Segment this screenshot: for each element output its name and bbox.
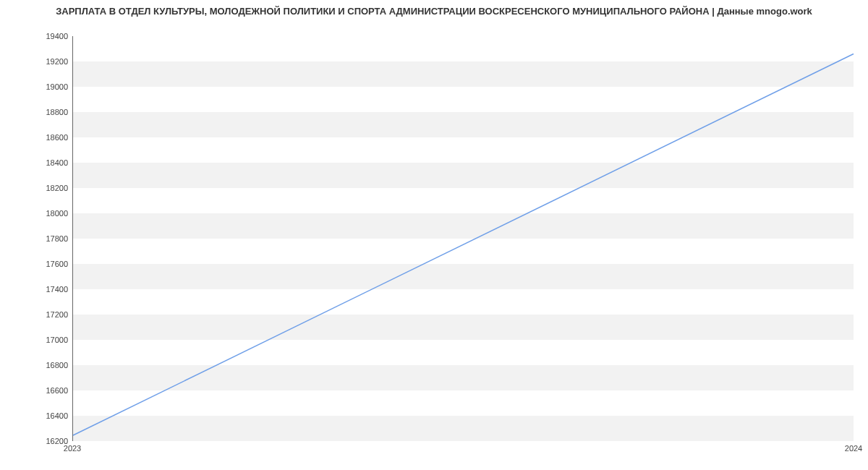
y-tick-label: 16200	[10, 437, 68, 445]
y-tick-label: 19200	[10, 57, 68, 66]
y-tick-label: 18600	[10, 133, 68, 142]
y-tick-label: 17000	[10, 336, 68, 344]
y-tick-label: 17200	[10, 310, 68, 319]
series-line	[73, 54, 854, 435]
y-tick-label: 18400	[10, 158, 68, 167]
y-tick-label: 18200	[10, 184, 68, 192]
chart-container: ЗАРПЛАТА В ОТДЕЛ КУЛЬТУРЫ, МОЛОДЕЖНОЙ ПО…	[0, 0, 868, 470]
y-tick-label: 16400	[10, 411, 68, 420]
y-tick-label: 17600	[10, 260, 68, 268]
y-tick-label: 16800	[10, 361, 68, 369]
y-tick-label: 19000	[10, 82, 68, 91]
x-tick-label: 2024	[845, 444, 862, 453]
y-tick-label: 18800	[10, 108, 68, 116]
y-tick-label: 18000	[10, 209, 68, 218]
y-tick-label: 19400	[10, 32, 68, 40]
y-tick-label: 16600	[10, 386, 68, 395]
y-tick-label: 17800	[10, 234, 68, 243]
line-series	[73, 36, 854, 440]
x-tick-label: 2023	[64, 444, 81, 453]
y-tick-label: 17400	[10, 285, 68, 294]
chart-title: ЗАРПЛАТА В ОТДЕЛ КУЛЬТУРЫ, МОЛОДЕЖНОЙ ПО…	[0, 6, 868, 17]
plot-area	[72, 36, 854, 441]
